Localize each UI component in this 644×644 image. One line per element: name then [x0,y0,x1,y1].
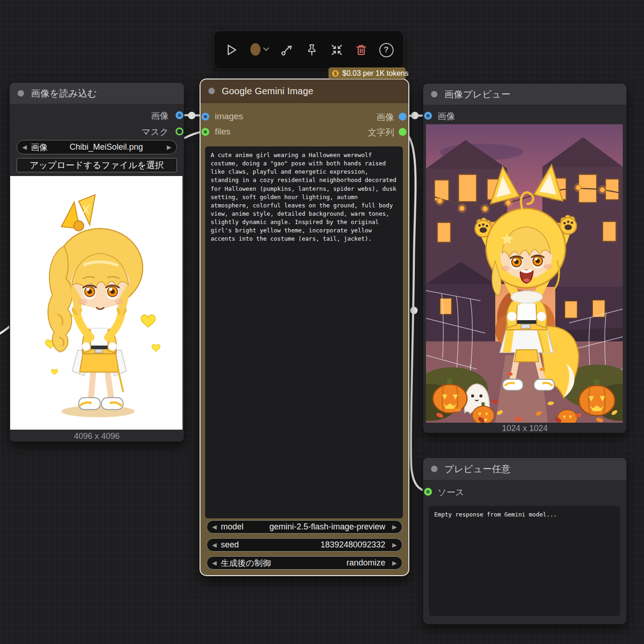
model-left-arrow[interactable]: ◀ [212,523,217,530]
node-title: Google Gemini Image [222,86,313,97]
response-textarea[interactable]: Empty response from Gemini model... [429,506,620,616]
input-port-files[interactable] [201,128,209,136]
node-image-preview[interactable]: 画像プレビュー 画像 [423,83,627,433]
upload-file-button-label: アップロードするファイルを選択 [30,159,164,171]
output-label-image: 画像 [151,110,169,122]
source-image-preview [10,176,182,430]
seed-value[interactable]: 18392480092332 [239,540,385,550]
combo-left-arrow[interactable]: ◀ [22,144,27,151]
node-gemini-header[interactable]: Google Gemini Image [200,79,408,103]
input-port-images[interactable] [201,113,209,121]
source-resolution: 4096 x 4096 [10,431,184,441]
node-load-image[interactable]: 画像を読み込む 画像 マスク ◀ 画像 Chibi_MeiSoleil.png … [9,82,184,442]
model-label: model [221,522,243,532]
run-icon[interactable] [223,42,239,58]
combo-right-arrow[interactable]: ▶ [167,144,171,151]
input-label-images: images [215,111,243,122]
input-port-image[interactable] [424,112,432,120]
upload-file-button[interactable]: アップロードするファイルを選択 [17,158,177,172]
model-right-arrow[interactable]: ▶ [392,523,397,530]
control-label: 生成後の制御 [221,558,271,569]
model-widget[interactable]: ◀ model gemini-2.5-flash-image-preview ▶ [207,520,402,534]
control-after-generate-widget[interactable]: ◀ 生成後の制御 randomize ▶ [207,556,402,570]
input-label-image: 画像 [437,110,455,122]
help-icon[interactable]: ? [378,42,395,58]
collapse-dot[interactable] [431,466,437,472]
seed-left-arrow[interactable]: ◀ [212,541,217,548]
output-port-image[interactable] [176,111,183,119]
combo-value[interactable]: Chibi_MeiSoleil.png [48,142,165,152]
coin-icon: $ [332,70,339,77]
control-right-arrow[interactable]: ▶ [392,559,397,566]
pin-icon[interactable] [304,42,320,58]
image-combo-widget[interactable]: ◀ 画像 Chibi_MeiSoleil.png ▶ [17,140,177,154]
output-port-mask[interactable] [176,128,183,135]
output-port-string[interactable] [399,128,407,136]
pricing-badge-label: $0.03 per 1K tokens [342,69,408,78]
combo-label: 画像 [31,142,48,153]
generated-image-preview [426,124,623,423]
collapse-dot[interactable] [208,88,215,94]
model-value[interactable]: gemini-2.5-flash-image-preview [243,522,385,532]
node-google-gemini-image[interactable]: Google Gemini Image images files 画像 文字列 … [200,79,409,576]
help-glyph: ? [384,45,389,55]
selection-toolbar: ? [213,30,404,69]
output-label-string: 文字列 [368,127,394,139]
collapse-dot[interactable] [18,90,24,97]
reroute-icon[interactable] [279,42,295,58]
seed-widget[interactable]: ◀ seed 18392480092332 ▶ [207,538,402,552]
output-port-image[interactable] [399,113,407,121]
prompt-textarea[interactable]: A cute anime girl wearing a Halloween we… [205,146,403,518]
delete-icon[interactable] [353,42,370,58]
node-title: 画像プレビュー [444,88,510,101]
collapse-dot[interactable] [431,91,437,97]
node-title: 画像を読み込む [31,87,97,100]
input-port-source[interactable] [424,488,432,496]
control-value[interactable]: randomize [271,558,385,568]
node-color-swatch[interactable] [248,42,271,58]
seed-label: seed [221,540,239,550]
control-left-arrow[interactable]: ◀ [212,559,217,566]
node-load-image-header[interactable]: 画像を読み込む [10,83,184,104]
node-graph-canvas[interactable]: ? $ $0.03 per 1K tokens 画像を読み込む 画像 マスク ◀… [0,0,644,644]
collapse-icon[interactable] [328,42,345,58]
seed-right-arrow[interactable]: ▶ [392,541,397,548]
halloween-illustration [426,124,623,423]
output-label-image: 画像 [377,111,394,123]
pricing-badge: $ $0.03 per 1K tokens [328,67,406,79]
output-label-mask: マスク [142,126,169,138]
node-image-preview-header[interactable]: 画像プレビュー [423,84,626,105]
node-preview-any[interactable]: プレビュー任意 ソース Empty response from Gemini m… [423,457,627,625]
generated-resolution: 1024 x 1024 [423,424,626,433]
input-label-source: ソース [437,486,464,498]
chibi-girl-illustration [10,176,182,430]
node-title: プレビュー任意 [444,463,510,475]
input-label-files: files [215,127,231,137]
node-preview-any-header[interactable]: プレビュー任意 [423,458,626,480]
